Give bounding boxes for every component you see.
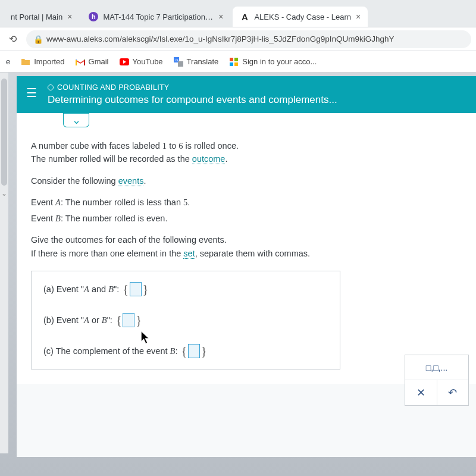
bookmark-label: Sign in to your acco... bbox=[242, 57, 317, 66]
text: 6 bbox=[178, 141, 183, 151]
close-icon[interactable]: × bbox=[356, 12, 361, 21]
bookmark-item[interactable]: e bbox=[6, 57, 10, 66]
browser-tab-strip: nt Portal | Main × h MAT-144 Topic 7 Par… bbox=[0, 0, 476, 27]
undo-button[interactable]: ↶ bbox=[437, 380, 469, 405]
event-a-def: Event A: The number rolled is less than … bbox=[31, 196, 462, 209]
text: . bbox=[143, 176, 146, 186]
breadcrumb-text: COUNTING AND PROBABILITY bbox=[57, 83, 169, 92]
bookmark-label: YouTube bbox=[133, 57, 163, 66]
url-text: www-awu.aleks.com/alekscgi/x/Isl.exe/1o_… bbox=[46, 35, 394, 43]
text: Consider the following bbox=[31, 176, 118, 186]
text: : The number rolled is less than bbox=[61, 198, 183, 207]
answer-panel: (a) Event "A and B": {} (b) Event "A or … bbox=[31, 271, 340, 369]
term-set[interactable]: set bbox=[183, 249, 195, 259]
svg-rect-2 bbox=[178, 61, 183, 67]
tab-title: nt Portal | Main bbox=[11, 12, 62, 21]
favicon-h-icon: h bbox=[89, 12, 98, 21]
text: . bbox=[187, 198, 190, 207]
term-events[interactable]: events bbox=[118, 176, 144, 186]
bookmark-label: Imported bbox=[34, 57, 64, 66]
clear-button[interactable]: ✕ bbox=[405, 380, 437, 405]
text: A number cube with faces labeled bbox=[31, 141, 162, 151]
answer-row-a: (a) Event "A and B": {} bbox=[43, 282, 328, 296]
svg-rect-5 bbox=[234, 58, 238, 61]
answer-row-b: (b) Event "A or B": {} bbox=[43, 313, 328, 327]
lock-icon: 🔒 bbox=[33, 35, 42, 44]
term-complement[interactable]: complement bbox=[73, 346, 120, 356]
app-header: ☰ COUNTING AND PROBABILITY Determining o… bbox=[17, 76, 476, 113]
text: to bbox=[167, 141, 178, 151]
answer-label: (c) The complement of the event B: bbox=[43, 346, 177, 356]
browser-tab-2[interactable]: h MAT-144 Topic 7 Participation Ac × bbox=[82, 7, 230, 27]
insert-list-button[interactable]: □,□,... bbox=[405, 355, 468, 380]
svg-rect-6 bbox=[230, 62, 233, 66]
bookmark-signin[interactable]: Sign in to your acco... bbox=[229, 57, 317, 67]
answer-row-c: (c) The complement of the event B: {} bbox=[43, 344, 328, 358]
text: is rolled once. bbox=[183, 141, 239, 151]
set-input-c[interactable]: {} bbox=[181, 344, 206, 358]
undo-icon: ↶ bbox=[448, 386, 457, 399]
scrollbar-thumb[interactable] bbox=[1, 79, 7, 186]
page-viewport: ☰ COUNTING AND PROBABILITY Determining o… bbox=[0, 73, 476, 457]
event-b-def: Event B: The number rolled is even. bbox=[31, 212, 462, 225]
problem-text: A number cube with faces labeled 1 to 6 … bbox=[31, 139, 462, 166]
page-title: Determining outcomes for compound events… bbox=[48, 94, 337, 106]
problem-card: ⌄ A number cube with faces labeled 1 to … bbox=[17, 113, 476, 384]
text: Give the outcomes for each of the follow… bbox=[31, 235, 227, 245]
bookmark-imported[interactable]: Imported bbox=[21, 57, 64, 67]
svg-rect-7 bbox=[234, 62, 238, 66]
text: B bbox=[55, 214, 61, 223]
browser-tab-1[interactable]: nt Portal | Main × bbox=[4, 7, 79, 27]
instructions: Give the outcomes for each of the follow… bbox=[31, 233, 462, 260]
translate-icon: G bbox=[174, 57, 183, 67]
bookmark-gmail[interactable]: Gmail bbox=[76, 57, 109, 67]
youtube-icon bbox=[120, 57, 129, 67]
breadcrumb: COUNTING AND PROBABILITY bbox=[48, 83, 337, 92]
folder-icon bbox=[21, 57, 30, 67]
problem-text: Consider the following events. bbox=[31, 174, 462, 187]
svg-text:G: G bbox=[176, 58, 178, 62]
text: Event bbox=[31, 198, 55, 207]
bookmark-label: Gmail bbox=[89, 57, 109, 66]
answer-label: (a) Event "A and B": bbox=[43, 284, 119, 295]
gmail-icon bbox=[76, 57, 85, 67]
svg-rect-4 bbox=[230, 58, 233, 61]
bookmarks-bar: e Imported Gmail YouTube G Translate Sig… bbox=[0, 51, 476, 73]
close-icon[interactable]: × bbox=[218, 12, 223, 21]
browser-toolbar: ⟲ 🔒 www-awu.aleks.com/alekscgi/x/Isl.exe… bbox=[0, 27, 476, 51]
text: . bbox=[225, 154, 227, 164]
menu-button[interactable]: ☰ bbox=[26, 87, 37, 99]
answer-toolbox: □,□,... ✕ ↶ bbox=[405, 355, 469, 406]
list-hint-icon: □,□,... bbox=[426, 363, 447, 372]
text: : The number rolled is even. bbox=[61, 214, 167, 223]
tab-title: ALEKS - Cady Case - Learn bbox=[254, 12, 351, 21]
address-bar[interactable]: 🔒 www-awu.aleks.com/alekscgi/x/Isl.exe/1… bbox=[26, 30, 471, 48]
set-input-a[interactable]: {} bbox=[123, 282, 148, 296]
text: , separate them with commas. bbox=[195, 249, 310, 258]
bookmark-label: Translate bbox=[187, 57, 219, 66]
set-input-b[interactable]: {} bbox=[116, 313, 142, 327]
collapse-toggle[interactable]: ⌄ bbox=[63, 112, 89, 127]
text: If there is more than one element in the bbox=[31, 249, 183, 258]
answer-slot[interactable] bbox=[123, 313, 134, 327]
bookmark-translate[interactable]: G Translate bbox=[174, 57, 219, 67]
answer-slot[interactable] bbox=[130, 282, 142, 296]
status-dot-icon bbox=[48, 84, 54, 90]
answer-slot[interactable] bbox=[188, 344, 200, 358]
tab-title: MAT-144 Topic 7 Participation Ac bbox=[103, 12, 214, 21]
answer-label: (b) Event "A or B": bbox=[43, 315, 112, 325]
reload-button[interactable]: ⟲ bbox=[5, 32, 20, 47]
close-icon[interactable]: × bbox=[67, 12, 72, 21]
close-icon: ✕ bbox=[416, 386, 425, 399]
text: A bbox=[55, 198, 61, 207]
microsoft-icon bbox=[229, 57, 239, 67]
text: The number rolled will be recorded as th… bbox=[31, 154, 192, 164]
browser-tab-3[interactable]: A ALEKS - Cady Case - Learn × bbox=[233, 7, 368, 27]
vertical-scrollbar[interactable] bbox=[0, 73, 8, 453]
favicon-a-icon: A bbox=[240, 12, 249, 21]
text: Event bbox=[31, 214, 55, 223]
term-outcome[interactable]: outcome bbox=[192, 154, 226, 164]
chevron-down-icon: ⌄ bbox=[72, 114, 81, 127]
bookmark-youtube[interactable]: YouTube bbox=[120, 57, 163, 67]
